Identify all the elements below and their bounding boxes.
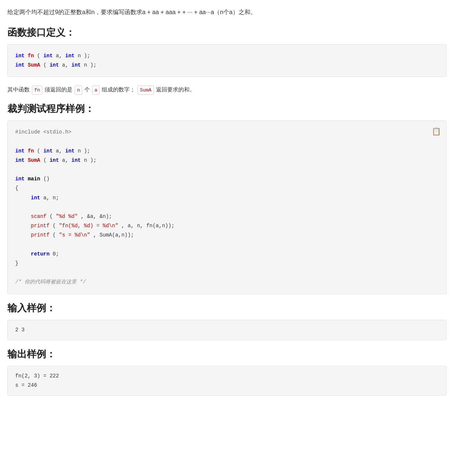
fn-suma: SumA <box>28 62 40 68</box>
input-example-box: 2 3 <box>7 320 447 340</box>
code-line-printf-fn: printf ( "fn(%d, %d) = %d\n" , a, n, fn(… <box>15 221 439 231</box>
code-line-fn-decl: int fn ( int a, int n ); <box>15 147 439 156</box>
code-line-suma-decl: int SumA ( int a, int n ); <box>15 156 439 165</box>
copy-icon[interactable]: 📋 <box>432 125 441 139</box>
judge-title: 裁判测试程序样例： <box>7 102 447 115</box>
problem-description: 给定两个均不超过9的正整数a和n，要求编写函数求a + aa + aaa + +… <box>7 7 447 17</box>
output-line-1: fn(2, 3) = 222 <box>15 372 439 381</box>
n-tag: n <box>75 86 82 95</box>
interface-line-2: int SumA ( int a, int n ); <box>15 61 439 70</box>
a-tag: a <box>92 86 100 95</box>
suma-tag: SumA <box>137 86 153 95</box>
judge-code-box: 📋 #include <stdio.h> int fn ( int a, int… <box>7 120 447 294</box>
code-line-close-brace: } <box>15 259 439 268</box>
fn-fn: fn <box>28 53 34 59</box>
function-description: 其中函数 fn 须返回的是 n 个 a 组成的数字； SumA 返回要求的和。 <box>7 84 447 95</box>
code-line-main: int main () <box>15 174 439 184</box>
interface-code-box: int fn ( int a, int n ); int SumA ( int … <box>7 44 447 77</box>
input-value: 2 3 <box>15 327 25 333</box>
desc-mid1: 须返回的是 <box>45 86 72 93</box>
code-line-open-brace: { <box>15 184 439 193</box>
desc-mid3: 组成的数字； <box>102 86 135 93</box>
desc-post: 返回要求的和。 <box>156 86 195 93</box>
fn-tag: fn <box>32 86 42 95</box>
code-line-include: #include <stdio.h> <box>15 128 439 137</box>
input-title: 输入样例： <box>7 302 447 315</box>
interface-line-1: int fn ( int a, int n ); <box>15 51 439 61</box>
output-title: 输出样例： <box>7 348 447 361</box>
kw-int-6: int <box>71 62 81 68</box>
kw-int-5: int <box>49 62 59 68</box>
kw-int-1: int <box>15 53 25 59</box>
code-line-return: return 0; <box>15 250 439 259</box>
output-line-2: s = 246 <box>15 381 439 390</box>
kw-int-2: int <box>43 53 53 59</box>
desc-pre: 其中函数 <box>7 86 30 93</box>
code-line-comment: /* 你的代码将被嵌在这里 */ <box>15 277 439 287</box>
interface-title: 函数接口定义： <box>7 26 447 39</box>
code-line-printf-s: printf ( "s = %d\n" , SumA(a,n)); <box>15 231 439 240</box>
output-example-box: fn(2, 3) = 222 s = 246 <box>7 366 447 396</box>
kw-int-4: int <box>15 62 25 68</box>
desc-mid2: 个 <box>84 86 90 93</box>
code-line-scanf: scanf ( "%d %d" , &a, &n); <box>15 212 439 221</box>
code-line-vars: int a, n; <box>15 193 439 203</box>
kw-int-3: int <box>65 53 75 59</box>
